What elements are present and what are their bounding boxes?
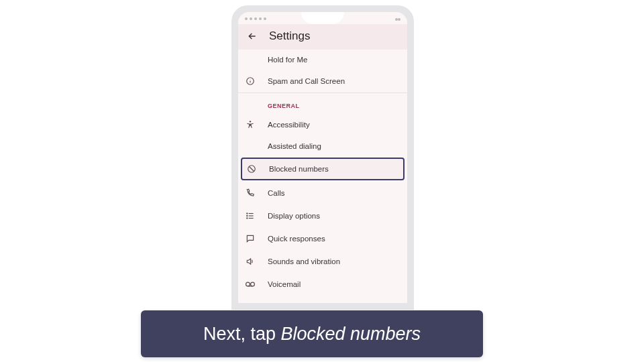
- item-quick-responses[interactable]: Quick responses: [238, 227, 407, 250]
- caption-prefix: Next, tap: [203, 324, 281, 344]
- section-general: GENERAL: [238, 93, 407, 113]
- item-label: Assisted dialing: [268, 142, 321, 150]
- svg-point-12: [246, 282, 250, 286]
- item-label: Spam and Call Screen: [268, 77, 345, 85]
- list-icon: [245, 210, 256, 221]
- svg-point-13: [251, 282, 255, 286]
- item-sounds-vibration[interactable]: Sounds and vibration: [238, 250, 407, 273]
- item-calls[interactable]: Calls: [238, 182, 407, 204]
- item-label: Accessibility: [268, 121, 310, 129]
- svg-point-9: [247, 213, 248, 214]
- instruction-caption: Next, tap Blocked numbers: [141, 310, 483, 357]
- phone-screen: Settings Hold for Me Spam and Call Scree…: [238, 12, 407, 303]
- phone-frame: Settings Hold for Me Spam and Call Scree…: [231, 5, 414, 310]
- item-label: Calls: [268, 189, 285, 197]
- item-label: Voicemail: [268, 280, 301, 288]
- svg-point-10: [247, 215, 248, 216]
- svg-line-5: [250, 167, 254, 172]
- phone-notch: [301, 12, 344, 24]
- item-hold-for-me[interactable]: Hold for Me: [238, 50, 407, 70]
- item-label: Sounds and vibration: [268, 257, 340, 265]
- item-assisted-dialing[interactable]: Assisted dialing: [238, 136, 407, 156]
- item-label: Hold for Me: [268, 56, 307, 64]
- voicemail-icon: [245, 279, 256, 290]
- item-voicemail[interactable]: Voicemail: [238, 273, 407, 296]
- phone-icon: [245, 188, 256, 198]
- page-title: Settings: [269, 29, 310, 43]
- svg-point-3: [250, 121, 251, 122]
- back-button[interactable]: [246, 30, 258, 42]
- item-label: Quick responses: [268, 235, 325, 243]
- item-display-options[interactable]: Display options: [238, 204, 407, 227]
- info-icon: [245, 76, 256, 86]
- item-spam-call-screen[interactable]: Spam and Call Screen: [238, 70, 407, 93]
- sound-icon: [245, 256, 256, 267]
- item-label: Display options: [268, 212, 320, 220]
- item-accessibility[interactable]: Accessibility: [238, 113, 407, 136]
- item-blocked-numbers[interactable]: Blocked numbers: [241, 158, 405, 180]
- caption-emphasis: Blocked numbers: [280, 324, 421, 344]
- settings-header: Settings: [238, 24, 407, 50]
- svg-point-11: [247, 218, 248, 219]
- message-icon: [245, 233, 256, 244]
- block-icon: [246, 164, 257, 174]
- item-label: Blocked numbers: [269, 165, 329, 173]
- settings-list: Hold for Me Spam and Call Screen GENERAL: [238, 50, 407, 296]
- accessibility-icon: [245, 119, 256, 130]
